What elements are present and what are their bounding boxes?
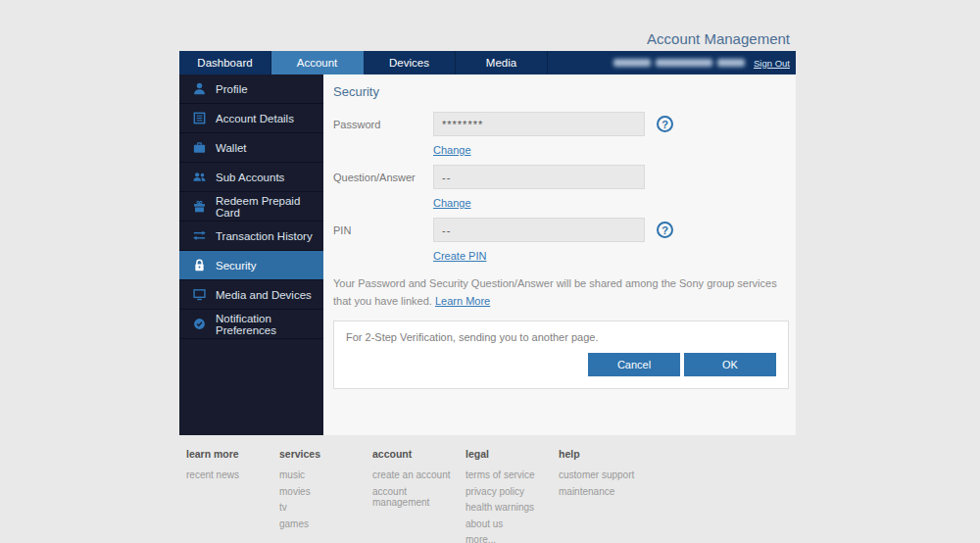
- check-circle-icon: [192, 317, 207, 331]
- swap-arrows-icon: [192, 228, 207, 243]
- footer-column-account: account create an account account manage…: [372, 448, 466, 543]
- password-field[interactable]: [433, 112, 645, 136]
- sidebar-item-label: Transaction History: [216, 230, 313, 242]
- sidebar-item-security[interactable]: Security: [179, 251, 323, 280]
- footer-link-music[interactable]: music: [279, 469, 372, 480]
- password-row: Password ?: [333, 112, 796, 136]
- page-title: Account Management: [179, 0, 796, 51]
- footer-link-create-an-account[interactable]: create an account: [372, 469, 466, 480]
- shared-services-info: Your Password and Security Question/Answ…: [333, 274, 786, 310]
- footer-link-maintenance[interactable]: maintenance: [559, 486, 652, 497]
- footer-link-terms-of-service[interactable]: terms of service: [466, 469, 559, 480]
- people-icon: [192, 170, 207, 184]
- cancel-button[interactable]: Cancel: [588, 353, 680, 376]
- footer-header: account: [372, 448, 466, 460]
- footer-link-customer-support[interactable]: customer support: [559, 469, 652, 480]
- question-answer-label: Question/Answer: [333, 172, 433, 183]
- pin-field[interactable]: [433, 218, 645, 242]
- footer-header: learn more: [186, 448, 279, 460]
- sidebar-item-profile[interactable]: Profile: [179, 74, 323, 104]
- footer-link-recent-news[interactable]: recent news: [186, 469, 279, 480]
- sign-out-link[interactable]: Sign Out: [754, 58, 790, 69]
- change-password-link[interactable]: Change: [433, 144, 471, 156]
- sidebar-item-label: Security: [216, 260, 257, 272]
- footer-link-more[interactable]: more...: [466, 534, 559, 543]
- footer-link-movies[interactable]: movies: [279, 486, 372, 497]
- dialog-buttons: Cancel OK: [346, 353, 776, 376]
- sidebar-item-label: Profile: [216, 83, 248, 95]
- footer-column-help: help customer support maintenance: [559, 448, 652, 543]
- footer-link-tv[interactable]: tv: [279, 502, 372, 513]
- wallet-icon: [192, 140, 207, 155]
- tab-dashboard[interactable]: Dashboard: [179, 51, 271, 74]
- sidebar-item-label: Sub Accounts: [216, 172, 284, 183]
- gift-icon: [192, 199, 207, 214]
- create-pin-link[interactable]: Create PIN: [433, 250, 486, 262]
- navbar-user-area: Sign Out: [548, 51, 796, 74]
- lock-icon: [192, 258, 207, 272]
- pin-label: PIN: [333, 224, 433, 236]
- security-panel: Security Password ? Change Question/Answ…: [323, 74, 796, 435]
- footer-column-learn-more: learn more recent news: [186, 448, 279, 543]
- info-text: Your Password and Security Question/Answ…: [333, 277, 777, 307]
- question-answer-row: Question/Answer: [333, 165, 796, 189]
- sidebar-item-account-details[interactable]: Account Details: [179, 104, 323, 133]
- tab-devices[interactable]: Devices: [364, 51, 456, 74]
- sidebar-item-notification-preferences[interactable]: Notification Preferences: [179, 310, 323, 339]
- footer-header: help: [559, 448, 652, 460]
- footer-column-legal: legal terms of service privacy policy he…: [466, 448, 559, 543]
- pin-row: PIN ?: [333, 218, 796, 242]
- screen-icon: [192, 287, 207, 302]
- sidebar-item-label: Wallet: [216, 142, 247, 154]
- footer-link-about-us[interactable]: about us: [466, 518, 559, 529]
- sidebar-item-redeem-prepaid-card[interactable]: Redeem Prepaid Card: [179, 192, 323, 222]
- sidebar-item-transaction-history[interactable]: Transaction History: [179, 222, 323, 251]
- sidebar-item-label: Redeem Prepaid Card: [216, 195, 323, 219]
- learn-more-link[interactable]: Learn More: [435, 295, 490, 307]
- password-label: Password: [333, 119, 433, 130]
- footer-header: services: [279, 448, 372, 460]
- footer-link-account-management[interactable]: account management: [372, 486, 466, 508]
- footer-column-services: services music movies tv games: [279, 448, 372, 543]
- ok-button[interactable]: OK: [684, 353, 776, 376]
- footer-link-health-warnings[interactable]: health warnings: [466, 502, 559, 513]
- tab-media[interactable]: Media: [456, 51, 548, 74]
- sidebar-item-wallet[interactable]: Wallet: [179, 133, 323, 163]
- change-question-link[interactable]: Change: [433, 197, 471, 209]
- document-list-icon: [192, 111, 207, 125]
- sidebar: Profile Account Details Wallet Sub Accou…: [179, 74, 323, 435]
- footer-link-privacy-policy[interactable]: privacy policy: [466, 486, 559, 497]
- section-heading: Security: [333, 84, 796, 99]
- top-navbar: Dashboard Account Devices Media Sign Out: [179, 51, 796, 74]
- sidebar-item-media-and-devices[interactable]: Media and Devices: [179, 280, 323, 310]
- password-help-icon[interactable]: ?: [657, 116, 673, 132]
- sidebar-item-label: Account Details: [216, 113, 294, 124]
- sidebar-item-sub-accounts[interactable]: Sub Accounts: [179, 163, 323, 192]
- page-container: Account Management Dashboard Account Dev…: [179, 0, 796, 435]
- footer-link-games[interactable]: games: [279, 518, 372, 529]
- question-answer-field[interactable]: [433, 165, 645, 189]
- footer: learn more recent news services music mo…: [186, 448, 796, 543]
- dialog-message: For 2-Step Verification, sending you to …: [346, 331, 776, 343]
- pin-help-icon[interactable]: ?: [657, 222, 673, 238]
- person-icon: [192, 81, 207, 96]
- two-step-dialog: For 2-Step Verification, sending you to …: [333, 321, 789, 389]
- content-area: Profile Account Details Wallet Sub Accou…: [179, 74, 796, 435]
- redacted-username: [613, 59, 745, 67]
- sidebar-item-label: Notification Preferences: [216, 313, 323, 336]
- sidebar-item-label: Media and Devices: [216, 289, 312, 301]
- footer-header: legal: [466, 448, 559, 460]
- tab-account[interactable]: Account: [271, 51, 364, 74]
